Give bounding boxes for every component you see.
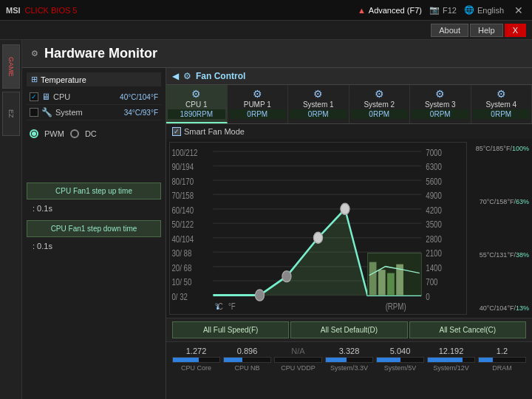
fan-tab-name-3: System 2 (364, 100, 395, 109)
sidebar-tab-game[interactable]: GAME (2, 44, 20, 89)
svg-rect-37 (387, 273, 395, 296)
voltage-item-3: 3.328 System/3.3V (325, 347, 373, 372)
svg-text:3500: 3500 (426, 219, 442, 229)
voltage-bar-1 (224, 358, 242, 362)
voltage-bar-container-3 (325, 357, 373, 363)
voltage-value-6: 1.2 (497, 347, 508, 355)
voltage-value-2: N/A (291, 347, 304, 355)
svg-text:(RPM): (RPM) (386, 301, 406, 311)
msi-logo: MSI (6, 4, 21, 16)
voltage-bar-6 (479, 358, 493, 362)
voltage-label-1: CPU NB (234, 364, 259, 372)
about-button[interactable]: About (431, 24, 468, 37)
f12-menu[interactable]: 📷 F12 (429, 5, 457, 15)
fan-step-down-button[interactable]: CPU Fan1 step down time (27, 220, 161, 237)
voltage-label-6: DRAM (492, 364, 512, 372)
smart-fan-checkbox[interactable]: ✓ (172, 127, 181, 136)
advanced-menu[interactable]: ▲ Advanced (F7) (358, 6, 422, 15)
fan-tab-icon-2: ⚙ (313, 88, 323, 100)
chart-label-right-1: 70°C/158°F/63% (470, 198, 529, 205)
inner-layout: ⊞ Temperature 🖥 CPU 40°C/104°F 🔧 System … (22, 68, 532, 399)
fan-tab-4[interactable]: ⚙ System 3 0RPM (410, 85, 471, 123)
svg-rect-35 (369, 262, 377, 296)
fan-tab-3[interactable]: ⚙ System 2 0RPM (349, 85, 411, 123)
svg-text:70/158: 70/158 (171, 191, 194, 200)
smart-fan-label: Smart Fan Mode (184, 127, 245, 136)
fan-control-title: Fan Control (196, 71, 245, 81)
voltage-label-3: System/3.3V (330, 364, 368, 372)
help-button[interactable]: Help (470, 24, 503, 37)
hw-monitor-header: ⚙ Hardware Monitor (22, 40, 532, 68)
fan-tab-rpm-3: 0RPM (351, 109, 409, 119)
cpu-sensor-row: 🖥 CPU 40°C/104°F (27, 89, 161, 105)
svg-point-39 (255, 290, 264, 301)
fan-step-up-button[interactable]: CPU Fan1 step up time (27, 183, 161, 200)
fan-tab-icon-5: ⚙ (497, 88, 506, 100)
svg-text:0: 0 (426, 292, 429, 301)
fan-tab-name-0: CPU 1 (185, 100, 207, 109)
svg-rect-36 (378, 270, 386, 295)
voltage-value-0: 1.272 (186, 347, 207, 355)
voltage-item-2: N/A CPU VDDP (274, 347, 322, 372)
system-checkbox[interactable] (30, 108, 38, 117)
svg-text:50/122: 50/122 (171, 219, 194, 229)
fan-tab-rpm-4: 0RPM (412, 109, 469, 119)
all-set-cancel-button[interactable]: All Set Cancel(C) (409, 321, 526, 338)
all-full-speed-button[interactable]: All Full Speed(F) (172, 321, 289, 338)
fan-step-up-value: : 0.1s (27, 202, 161, 214)
svg-text:5600: 5600 (426, 177, 442, 186)
sidebar-tab-ez[interactable]: EZ (2, 92, 20, 136)
voltage-value-4: 5.040 (390, 347, 411, 355)
fan-tab-name-5: System 4 (485, 100, 516, 109)
voltage-bar-3 (326, 358, 347, 362)
fan-tab-5[interactable]: ⚙ System 4 0RPM (471, 85, 533, 123)
svg-text:20/ 68: 20/ 68 (171, 263, 191, 273)
voltage-bar-container-2 (274, 357, 322, 363)
voltage-label-2: CPU VDDP (281, 364, 316, 372)
voltage-value-1: 0.896 (237, 347, 258, 355)
svg-text:700: 700 (426, 277, 437, 287)
fan-control-header: ◀ ⚙ Fan Control (166, 68, 532, 85)
topbar: MSI CLICK BIOS 5 ▲ Advanced (F7) 📷 F12 🌐… (0, 0, 532, 21)
voltage-bar-4 (377, 358, 400, 362)
system-label: System (55, 108, 121, 117)
pwm-radio[interactable] (30, 129, 38, 138)
sidebar: GAME EZ (0, 40, 22, 399)
secondbar: About Help X (0, 21, 532, 40)
fan-tab-1[interactable]: ⚙ PUMP 1 0RPM (228, 85, 289, 123)
all-set-default-button[interactable]: All Set Default(D) (290, 321, 407, 338)
voltage-value-3: 3.328 (339, 347, 360, 355)
voltage-label-4: System/5V (384, 364, 417, 372)
fan-tab-0[interactable]: ⚙ CPU 1 1890RPM (166, 85, 228, 123)
voltage-section: 1.272 CPU Core 0.896 CPU NB N/A CPU VDDP… (166, 341, 532, 399)
hw-monitor-title: Hardware Monitor (44, 46, 157, 61)
dc-label: DC (85, 129, 97, 138)
voltage-bar-container-6 (478, 357, 526, 363)
voltage-bar-container-0 (172, 357, 220, 363)
svg-text:100/212: 100/212 (171, 148, 197, 157)
svg-text:0/ 32: 0/ 32 (171, 292, 188, 301)
hw-icon: ⚙ (31, 49, 38, 58)
fan-tab-rpm-1: 0RPM (229, 109, 287, 119)
cpu-checkbox[interactable] (30, 92, 38, 101)
voltage-bar-container-5 (427, 357, 475, 363)
nav-back-icon[interactable]: ◀ (172, 71, 179, 81)
pwm-label: PWM (44, 129, 64, 138)
svg-text:10/ 50: 10/ 50 (171, 277, 191, 287)
language-menu[interactable]: 🌐 English (464, 5, 504, 15)
chart-labels-right: 85°C/185°F/100%70°C/158°F/63%55°C/131°F/… (470, 142, 529, 315)
chart-label-right-0: 85°C/185°F/100% (470, 145, 529, 152)
main-container: GAME EZ ⚙ Hardware Monitor ⊞ Temperature… (0, 40, 532, 399)
fan-tab-name-2: System 1 (303, 100, 334, 109)
pwm-row: PWM DC (30, 129, 158, 138)
window-close-icon[interactable]: ✕ (511, 4, 526, 16)
voltage-item-0: 1.272 CPU Core (172, 347, 220, 372)
close-button[interactable]: X (505, 24, 526, 37)
svg-text:60/140: 60/140 (171, 205, 194, 215)
temp-icon: ⊞ (31, 75, 38, 84)
fan-tab-2[interactable]: ⚙ System 1 0RPM (288, 85, 349, 123)
dc-radio[interactable] (70, 129, 79, 138)
svg-point-42 (341, 203, 349, 214)
fan-tab-rpm-5: 0RPM (473, 109, 531, 119)
bottom-actions: All Full Speed(F) All Set Default(D) All… (166, 318, 532, 341)
